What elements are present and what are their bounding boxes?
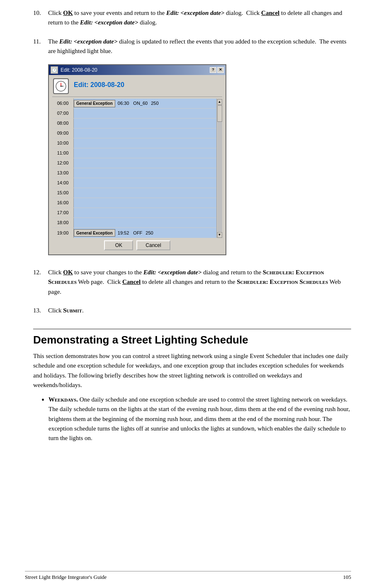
schedule-row-1300: 13:00	[52, 168, 216, 178]
event-badge-0600: General Exception	[74, 100, 115, 107]
step-content-12: Click OK to save your changes to the Edi…	[48, 268, 351, 300]
step-10: 10. Click OK to save your events and ret…	[33, 8, 351, 31]
time-1200: 12:00	[52, 158, 74, 168]
schedule-row-0800: 08:00	[52, 119, 216, 128]
event-val-0600: 250	[149, 100, 160, 107]
scheduler-ref-2: Scheduler: Exception Schedules	[237, 278, 328, 285]
schedule-row-1900: 19:00 General Exception 19:52 OFF 250	[52, 228, 216, 238]
dialog-titlebar-buttons: ? ✕	[210, 67, 224, 73]
footer-left: Street Light Bridge Integrator's Guide	[25, 574, 107, 581]
event-status-0600: ON_60	[131, 100, 149, 107]
schedule-row-1500: 15:00	[52, 188, 216, 198]
weekdays-text: One daily schedule and one exception sch…	[49, 396, 350, 441]
help-button[interactable]: ?	[210, 67, 216, 73]
edit-dialog-ref-2: Edit: <exception date>	[80, 19, 138, 26]
clock-icon	[53, 78, 69, 94]
schedule-row-0700: 07:00	[52, 109, 216, 119]
event-time-1900: 19:52	[115, 230, 132, 237]
dialog-cancel-button[interactable]: Cancel	[136, 240, 170, 250]
scroll-up-button[interactable]: ▲	[217, 99, 222, 105]
schedule-row-1200: 12:00	[52, 158, 216, 168]
submit-ref: Submit	[63, 307, 82, 314]
event-area-1500	[74, 188, 216, 198]
time-0600: 06:00	[52, 99, 74, 108]
weekdays-label: Weekdays.	[49, 396, 78, 403]
event-area-0800	[74, 119, 216, 128]
event-status-1900: OFF	[131, 230, 144, 237]
scrollbar[interactable]: ▲ ▼	[216, 99, 222, 238]
event-area-1400	[74, 178, 216, 188]
time-1900: 19:00	[52, 228, 74, 238]
dialog-title: Edit: 2008-08-20	[61, 66, 97, 74]
step-number-11: 11.	[33, 37, 48, 262]
dialog-app-icon: 🕐	[51, 66, 58, 74]
event-area-0700	[74, 109, 216, 118]
event-badge-1900: General Exception	[74, 229, 115, 237]
event-area-1300	[74, 168, 216, 178]
step-11: 11. The Edit: <exception date> dialog is…	[33, 37, 351, 262]
time-1400: 14:00	[52, 178, 74, 188]
time-1800: 18:00	[52, 218, 74, 227]
event-area-1000	[74, 138, 216, 148]
schedule-row-1800: 18:00	[52, 218, 216, 228]
scroll-thumb[interactable]	[217, 105, 222, 122]
edit-dialog-ref-4: Edit: <exception date>	[143, 269, 201, 276]
bullet-dot: •	[41, 396, 44, 443]
event-area-1900: General Exception 19:52 OFF 250	[74, 228, 216, 238]
scroll-track	[217, 105, 222, 232]
step-number-13: 13.	[33, 306, 48, 319]
event-time-0600: 06:30	[115, 100, 132, 107]
step-content-13: Click Submit.	[48, 306, 351, 319]
step11-text: The Edit: <exception date> dialog is upd…	[48, 37, 351, 56]
event-val-1900: 250	[144, 230, 155, 237]
step-content-11: The Edit: <exception date> dialog is upd…	[48, 37, 351, 262]
dialog-ok-button[interactable]: OK	[104, 240, 133, 250]
edit-dialog-ref-3: Edit: <exception date>	[59, 38, 117, 45]
bullet-list: • Weekdays. One daily schedule and one e…	[41, 395, 351, 443]
schedule-grid-container: 06:00 General Exception 06:30 ON_60 250	[52, 99, 222, 238]
ok-ref-1: OK	[63, 10, 73, 16]
event-area-1700	[74, 208, 216, 218]
time-1600: 16:00	[52, 198, 74, 208]
footer-right: 105	[343, 574, 352, 581]
dialog-footer: OK Cancel	[52, 238, 222, 253]
section-divider	[33, 329, 351, 329]
schedule-row-0900: 09:00	[52, 128, 216, 138]
dialog-screenshot: 🕐 Edit: 2008-08-20 ? ✕	[48, 64, 226, 255]
page-footer: Street Light Bridge Integrator's Guide 1…	[25, 571, 351, 581]
schedule-row-1700: 17:00	[52, 208, 216, 218]
dialog-header-row: Edit: 2008-08-20	[52, 78, 222, 94]
event-area-0600: General Exception 06:30 ON_60 250	[74, 99, 216, 108]
time-1500: 15:00	[52, 188, 74, 198]
section-intro: This section demonstrates how you can co…	[33, 351, 351, 390]
schedule-row-1100: 11:00	[52, 148, 216, 158]
time-0700: 07:00	[52, 109, 74, 118]
close-button[interactable]: ✕	[217, 67, 224, 73]
time-0900: 09:00	[52, 128, 74, 138]
step-number-12: 12.	[33, 268, 48, 300]
schedule-row-1400: 14:00	[52, 178, 216, 188]
scroll-down-button[interactable]: ▼	[217, 232, 222, 238]
schedule-row-0600: 06:00 General Exception 06:30 ON_60 250	[52, 99, 216, 109]
event-area-1100	[74, 148, 216, 158]
dialog-edit-title: Edit: 2008-08-20	[72, 80, 124, 90]
bullet-item-weekdays: • Weekdays. One daily schedule and one e…	[41, 395, 351, 443]
event-area-1800	[74, 218, 216, 227]
section-heading: Demonstrating a Street Lighting Schedule	[33, 334, 351, 346]
svg-point-3	[61, 86, 62, 87]
event-area-1200	[74, 158, 216, 168]
dialog-body: Edit: 2008-08-20 06:00 General Exception…	[49, 75, 226, 254]
cancel-ref-2: Cancel	[122, 278, 141, 285]
schedule-grid: 06:00 General Exception 06:30 ON_60 250	[52, 99, 216, 238]
edit-dialog-ref-1: Edit: <exception date>	[166, 10, 224, 16]
event-area-0900	[74, 128, 216, 138]
cancel-ref-1: Cancel	[261, 10, 279, 16]
dialog-titlebar: 🕐 Edit: 2008-08-20 ? ✕	[49, 65, 226, 75]
step13-text: Click Submit.	[48, 306, 351, 315]
schedule-row-1000: 10:00	[52, 138, 216, 148]
step10-text: Click OK to save your events and return …	[48, 8, 351, 28]
time-1100: 11:00	[52, 148, 74, 158]
step-content-10: Click OK to save your events and return …	[48, 8, 351, 31]
step12-text: Click OK to save your changes to the Edi…	[48, 268, 351, 297]
bullet-content-weekdays: Weekdays. One daily schedule and one exc…	[49, 395, 351, 443]
